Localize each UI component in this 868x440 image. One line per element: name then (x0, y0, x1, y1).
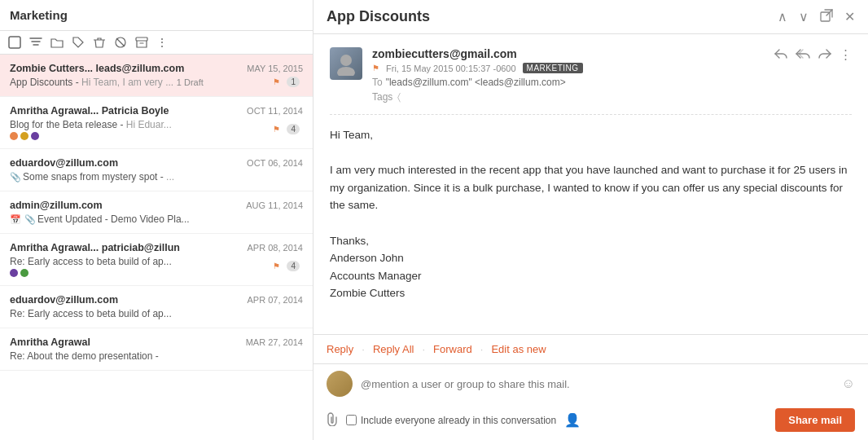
email-body: Hi Team, I am very much interested in th… (330, 114, 852, 302)
reply-all-icon[interactable] (796, 48, 810, 62)
marketing-badge: MARKETING (523, 63, 583, 73)
trash-icon[interactable] (93, 36, 106, 49)
include-everyone-checkbox[interactable] (346, 415, 357, 425)
email-thread-title: App Discounts (327, 8, 430, 25)
checkbox-icon[interactable] (8, 36, 21, 49)
body-greeting: Hi Team, (330, 126, 852, 144)
right-header: App Discounts ∧ ∨ ✕ (313, 0, 868, 34)
email-from: eduardov@zillum.com (10, 157, 240, 169)
email-subject: Some snaps from mystery spot - ... (23, 171, 174, 183)
body-title: Accounts Manager (330, 267, 852, 285)
svg-rect-0 (9, 37, 20, 48)
to-address: "leads@zillum.com" <leads@zillum.com> (386, 77, 566, 88)
email-list-item[interactable]: eduardov@zillum.com APR 07, 2014 Re: Ear… (0, 286, 313, 328)
tags-label: Tags (372, 91, 392, 103)
email-subject: Event Updated - Demo Video Pla... (37, 213, 190, 225)
email-from: Zombie Cutters... leads@zillum.com (10, 63, 240, 74)
to-label: To (372, 77, 383, 88)
avatar-image (330, 47, 362, 80)
email-actions-right: ⋮ (774, 47, 852, 62)
email-date: OCT 11, 2014 (247, 106, 303, 116)
folder-icon[interactable] (50, 36, 64, 49)
attachment-icon[interactable] (327, 411, 338, 429)
email-list-item[interactable]: admin@zillum.com AUG 11, 2014 📅📎Event Up… (0, 191, 313, 234)
email-date: APR 08, 2014 (248, 243, 304, 253)
email-subject: Re: Early access to beta build of ap... (10, 308, 172, 319)
share-footer-left: Include everyone already in this convers… (327, 411, 581, 429)
body-paragraph: I am very much interested in the recent … (330, 161, 852, 214)
share-user-avatar (327, 371, 353, 397)
filter-icon[interactable] (29, 36, 42, 49)
email-from: Amritha Agrawal... patriciab@zillun (10, 242, 241, 253)
email-date: MAR 27, 2014 (246, 337, 303, 347)
email-meta: zombiecutters@gmail.com ⚑ Fri, 15 May 20… (330, 47, 852, 103)
tag-icon[interactable] (72, 36, 85, 49)
email-list-item[interactable]: eduardov@zillum.com OCT 06, 2014 📎Some s… (0, 149, 313, 191)
include-everyone-label: Include everyone already in this convers… (361, 415, 556, 426)
email-list-item[interactable]: Zombie Cutters... leads@zillum.com MAY 1… (0, 55, 313, 97)
email-from: Amritha Agrawal (10, 337, 239, 348)
left-header: Marketing (0, 0, 313, 31)
share-footer: Include everyone already in this convers… (313, 403, 868, 440)
right-panel: App Discounts ∧ ∨ ✕ (313, 0, 868, 440)
email-list: Zombie Cutters... leads@zillum.com MAY 1… (0, 55, 313, 440)
email-from: admin@zillum.com (10, 200, 239, 211)
svg-line-2 (116, 38, 125, 46)
share-mail-button[interactable]: Share mail (775, 408, 855, 432)
popout-icon[interactable] (820, 9, 833, 25)
svg-rect-3 (136, 37, 147, 41)
email-subject: Blog for the Beta release - Hi Eduar... (10, 119, 172, 130)
share-mention-input[interactable] (361, 378, 834, 390)
folder-title: Marketing (10, 8, 68, 22)
svg-point-6 (337, 67, 355, 76)
flag-indicator: ⚑ (273, 262, 280, 271)
more-actions-icon[interactable]: ⋮ (840, 47, 852, 62)
email-date: ⚑ Fri, 15 May 2015 00:15:37 -0600 MARKET… (372, 63, 583, 73)
email-subject: App Discounts - Hi Team, I am very ... (10, 77, 173, 88)
left-panel: Marketing ⋮ Zombie Cutters... leads@zill… (0, 0, 313, 440)
archive-icon[interactable] (135, 36, 148, 49)
more-icon[interactable]: ⋮ (156, 36, 168, 49)
email-list-item[interactable]: Amritha Agrawal MAR 27, 2014 Re: About t… (0, 328, 313, 371)
email-list-item[interactable]: Amritha Agrawal... Patricia Boyle OCT 11… (0, 97, 313, 149)
block-icon[interactable] (114, 36, 127, 49)
body-company: Zombie Cutters (330, 284, 852, 302)
email-from: Amritha Agrawal... Patricia Boyle (10, 105, 240, 117)
edit-as-new-button[interactable]: Edit as new (491, 343, 546, 355)
email-to: To "leads@zillum.com" <leads@zillum.com> (372, 77, 583, 88)
forward-button[interactable]: Forward (433, 343, 472, 355)
email-date: OCT 06, 2014 (247, 158, 303, 168)
include-everyone-checkbox-label[interactable]: Include everyone already in this convers… (346, 415, 556, 426)
header-icon-group: ∧ ∨ ✕ (778, 9, 855, 25)
next-icon[interactable]: ∨ (799, 9, 809, 24)
email-detail: zombiecutters@gmail.com ⚑ Fri, 15 May 20… (313, 34, 868, 334)
add-person-icon[interactable]: 👤 (564, 412, 581, 428)
count-badge: 1 (287, 77, 300, 87)
attachment-indicator: 📎 (24, 214, 36, 224)
email-from: eduardov@zillum.com (10, 294, 241, 306)
flag-indicator: ⚑ (273, 125, 280, 134)
sender-email: zombiecutters@gmail.com (372, 47, 583, 60)
prev-icon[interactable]: ∧ (778, 9, 787, 24)
tag-icon-small: 〈 (397, 91, 401, 103)
email-info: zombiecutters@gmail.com ⚑ Fri, 15 May 20… (372, 47, 852, 103)
draft-badge: 1 Draft (177, 77, 204, 87)
calendar-indicator: 📅 (10, 214, 21, 224)
email-subject: Re: About the demo presentation - (10, 350, 159, 362)
email-date: MAY 15, 2015 (247, 64, 303, 73)
count-badge: 4 (287, 124, 300, 134)
count-badge: 4 (287, 261, 300, 271)
attachment-indicator: 📎 (10, 172, 21, 182)
email-subject: Re: Early access to beta build of ap... (10, 256, 172, 267)
reply-button[interactable]: Reply (327, 343, 353, 355)
email-list-item[interactable]: Amritha Agrawal... patriciab@zillun APR … (0, 234, 313, 286)
forward-icon[interactable] (818, 48, 831, 62)
body-name: Anderson John (330, 249, 852, 267)
emoji-icon[interactable]: ☺ (842, 376, 855, 391)
flag-indicator: ⚑ (273, 77, 280, 86)
reply-icon[interactable] (774, 48, 787, 62)
close-icon[interactable]: ✕ (844, 9, 855, 24)
reply-all-button[interactable]: Reply All (373, 343, 414, 355)
email-date: AUG 11, 2014 (246, 200, 303, 210)
toolbar: ⋮ (0, 31, 313, 55)
